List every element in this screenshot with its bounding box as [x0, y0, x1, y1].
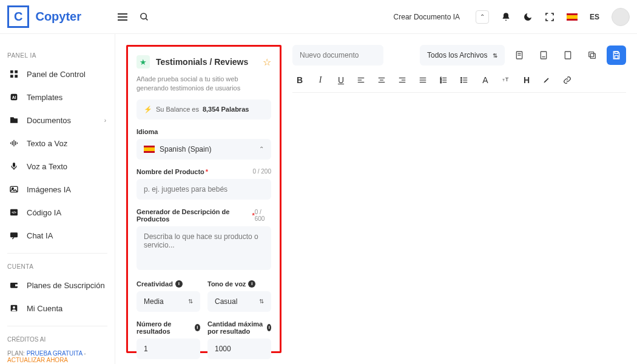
upgrade-link[interactable]: ACTUALIZAR AHORA: [7, 357, 68, 363]
sidebar-item-label: Imágenes IA: [27, 185, 71, 194]
info-icon[interactable]: i: [248, 280, 255, 288]
balance-box: ⚡ Su Balance es 8,354 Palabras: [136, 99, 271, 120]
svg-line-1: [146, 18, 147, 20]
template-title: Testimonials / Reviews: [156, 57, 257, 67]
svg-rect-31: [615, 52, 618, 53]
creativity-label: Creatividad: [136, 280, 173, 288]
sidebar-item-tts[interactable]: Texto a Voz: [0, 132, 115, 155]
sidebar-item-documents[interactable]: Documentos ›: [0, 109, 115, 132]
info-icon[interactable]: i: [195, 324, 200, 331]
tone-select[interactable]: Casual⇅: [207, 291, 271, 312]
save-button[interactable]: [607, 46, 626, 65]
chevron-up-icon: ⌃: [259, 146, 264, 152]
product-name-input[interactable]: [136, 179, 271, 200]
sidebar-item-plans[interactable]: Planes de Suscripción: [0, 274, 115, 297]
sort-icon: ⇅: [188, 298, 193, 305]
code-icon: </>: [8, 207, 19, 218]
align-justify-button[interactable]: [419, 76, 428, 84]
sidebar-item-label: Planes de Suscripción: [27, 281, 105, 290]
logo-glyph: C: [7, 5, 29, 28]
svg-rect-4: [10, 75, 13, 78]
italic-button[interactable]: I: [315, 75, 325, 85]
svg-point-54: [460, 78, 462, 79]
sidebar-item-label: Voz a Texto: [27, 162, 67, 171]
language-label[interactable]: ES: [590, 13, 599, 21]
svg-point-0: [141, 13, 146, 19]
create-document-dropdown[interactable]: ⌃: [476, 10, 489, 24]
templates-icon: AI: [8, 92, 19, 103]
bell-icon[interactable]: [501, 12, 511, 22]
underline-button[interactable]: U: [336, 75, 346, 85]
svg-rect-13: [13, 163, 15, 167]
sidebar-item-chat[interactable]: Chat IA: [0, 224, 115, 247]
sidebar-item-images[interactable]: Imágenes IA: [0, 178, 115, 201]
template-description: Añade prueba social a tu sitio web gener…: [136, 75, 271, 93]
sidebar-item-label: Documentos: [27, 116, 71, 125]
svg-rect-28: [565, 52, 570, 59]
flag-es-icon: [567, 13, 578, 21]
editor-toolbar: B I U 123 A TT H: [292, 72, 626, 93]
template-form-card: ★ Testimonials / Reviews ☆ Añade prueba …: [126, 45, 281, 353]
dark-mode-icon[interactable]: [523, 12, 533, 22]
svg-text:T: T: [502, 78, 505, 82]
svg-rect-30: [589, 52, 594, 57]
files-select[interactable]: Todos los Archivos⇅: [420, 45, 505, 66]
bold-button[interactable]: B: [295, 75, 305, 85]
export-word-button[interactable]: [510, 46, 529, 65]
info-icon[interactable]: i: [267, 324, 271, 331]
dashboard-icon: [8, 69, 19, 79]
copy-button[interactable]: [582, 46, 602, 65]
flag-es-icon: [144, 146, 155, 153]
link-button[interactable]: [563, 76, 573, 84]
highlight-button[interactable]: [542, 76, 552, 84]
brand-name: Copyter: [35, 10, 81, 24]
results-label: Número de resultados: [136, 320, 192, 335]
ordered-list-button[interactable]: 123: [439, 76, 449, 84]
bullet-list-button[interactable]: [460, 76, 470, 84]
create-document-link[interactable]: Crear Documento IA: [394, 13, 460, 21]
align-right-button[interactable]: [398, 76, 408, 84]
info-icon[interactable]: i: [175, 280, 183, 288]
editor-column: Todos los Archivos⇅ B I U 123: [292, 45, 626, 353]
search-icon[interactable]: [140, 12, 149, 22]
sidebar-item-dashboard[interactable]: Panel de Control: [0, 62, 115, 86]
maxqty-input[interactable]: [207, 339, 271, 359]
sidebar-item-label: Texto a Voz: [27, 139, 67, 148]
svg-rect-20: [15, 285, 18, 286]
sidebar-item-label: Templates: [27, 93, 62, 102]
favorite-star-icon[interactable]: ☆: [263, 56, 271, 68]
document-name-input[interactable]: [292, 45, 383, 66]
sidebar-item-stt[interactable]: Voz a Texto: [0, 155, 115, 178]
sidebar-item-templates[interactable]: AI Templates: [0, 86, 115, 109]
language-select[interactable]: Spanish (Spain) ⌃: [136, 139, 271, 160]
language-value: Spanish (Spain): [160, 145, 211, 153]
export-pdf-button[interactable]: [534, 46, 553, 65]
svg-text:</>: </>: [12, 211, 16, 214]
align-center-button[interactable]: [377, 76, 387, 84]
svg-point-22: [13, 306, 15, 309]
svg-rect-3: [15, 70, 18, 73]
fullscreen-icon[interactable]: [545, 12, 554, 22]
desc-gen-textarea[interactable]: [136, 226, 271, 270]
menu-toggle-icon[interactable]: [118, 12, 127, 22]
creativity-select[interactable]: Media⇅: [136, 291, 200, 312]
export-txt-button[interactable]: [558, 46, 578, 65]
product-name-count: 0 / 200: [252, 168, 271, 175]
sort-icon: ⇅: [259, 298, 264, 305]
svg-rect-26: [541, 52, 546, 59]
sidebar: PANEL IA Panel de Control AI Templates D…: [0, 34, 115, 364]
align-left-button[interactable]: [357, 76, 366, 84]
font-size-button[interactable]: TT: [501, 76, 511, 84]
svg-rect-2: [10, 70, 13, 73]
avatar[interactable]: [612, 8, 630, 26]
image-icon: [8, 184, 19, 195]
balance-value: 8,354 Palabras: [203, 106, 249, 113]
results-input[interactable]: [136, 339, 200, 359]
audio-wave-icon: [8, 138, 19, 149]
heading-button[interactable]: H: [522, 75, 531, 85]
font-family-button[interactable]: A: [480, 75, 490, 85]
plan-name[interactable]: PRUEBA GRATUITA: [27, 350, 83, 357]
sidebar-item-code[interactable]: </> Código IA: [0, 201, 115, 224]
sidebar-item-myaccount[interactable]: Mi Cuenta: [0, 297, 115, 320]
svg-rect-32: [615, 56, 618, 59]
